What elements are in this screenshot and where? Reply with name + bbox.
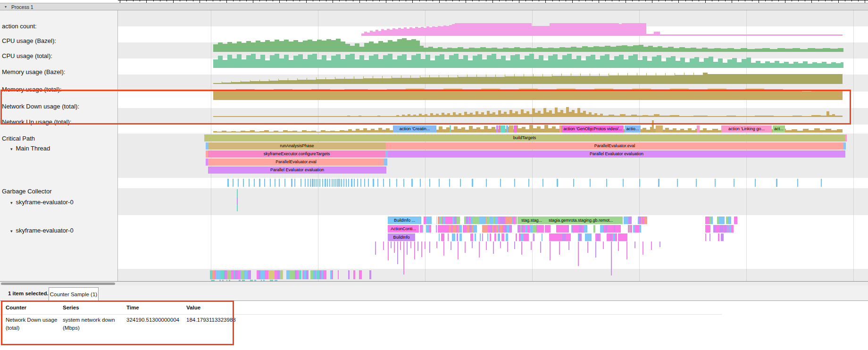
gc-event-tick[interactable] bbox=[389, 179, 390, 187]
gc-event-tick[interactable] bbox=[319, 179, 320, 187]
main-thread-slice[interactable]: skyframeExecutor.configureTargets bbox=[208, 150, 385, 158]
cpu-heavy-slice[interactable] bbox=[221, 270, 224, 279]
skyframe2-slice[interactable] bbox=[452, 233, 455, 241]
counter-chart-memory-usage-total-[interactable] bbox=[213, 89, 843, 100]
slice-drip[interactable] bbox=[465, 242, 466, 253]
gc-event-tick[interactable] bbox=[623, 179, 624, 187]
main-thread-slice[interactable]: Parallel Evaluator evaluation bbox=[208, 167, 386, 174]
counter-chart-memory-usage-bazel-[interactable] bbox=[213, 73, 843, 84]
critical-path-slice[interactable]: act... bbox=[773, 125, 785, 133]
horizontal-scrollbar[interactable] bbox=[0, 281, 868, 285]
slice-drip[interactable] bbox=[531, 242, 532, 250]
skyframe2-slice[interactable] bbox=[553, 233, 557, 241]
collapse-triangle-icon[interactable]: ▾ bbox=[10, 229, 13, 233]
slice-drip[interactable] bbox=[391, 242, 392, 248]
skyframe2-slice[interactable] bbox=[709, 233, 710, 241]
slice-drip[interactable] bbox=[507, 242, 508, 252]
slice-drip[interactable] bbox=[486, 242, 487, 250]
skyframe2-slice[interactable] bbox=[436, 217, 437, 224]
skyframe2-slice[interactable] bbox=[618, 225, 621, 233]
gc-event-tick[interactable] bbox=[821, 179, 822, 187]
skyframe2-slice[interactable] bbox=[449, 217, 452, 224]
gc-event-tick[interactable] bbox=[316, 179, 317, 187]
gc-event-tick[interactable] bbox=[329, 179, 330, 187]
skyframe2-slice[interactable] bbox=[480, 233, 481, 241]
gc-event-tick[interactable] bbox=[715, 179, 716, 187]
skyframe2-slice[interactable] bbox=[585, 233, 588, 241]
skyframe2-slice[interactable] bbox=[490, 217, 493, 224]
gc-event-tick[interactable] bbox=[325, 179, 326, 187]
skyframe2-slice[interactable] bbox=[607, 233, 610, 241]
sidebar-track-4[interactable]: Memory usage (total): bbox=[2, 86, 61, 93]
sidebar-track-10[interactable]: ▾skyframe-evaluator-0 bbox=[10, 199, 74, 206]
gc-event-tick[interactable] bbox=[486, 179, 487, 187]
gc-event-tick[interactable] bbox=[341, 179, 342, 187]
gc-event-tick[interactable] bbox=[573, 179, 574, 187]
gc-event-tick[interactable] bbox=[364, 179, 365, 187]
slice-drip[interactable] bbox=[603, 242, 604, 249]
skyframe2-slice[interactable] bbox=[630, 225, 632, 233]
skyframe2-slice[interactable] bbox=[722, 217, 725, 224]
skyframe2-slice[interactable] bbox=[644, 217, 647, 224]
skyframe2-slice[interactable] bbox=[475, 233, 476, 241]
slice-drip[interactable] bbox=[425, 242, 426, 249]
gc-event-tick[interactable] bbox=[312, 179, 313, 187]
gc-event-tick[interactable] bbox=[254, 179, 255, 187]
skyframe2-slice[interactable] bbox=[441, 233, 444, 241]
gc-event-tick[interactable] bbox=[300, 179, 301, 187]
slice-drip[interactable] bbox=[634, 242, 635, 248]
skyframe2-slice[interactable] bbox=[717, 225, 720, 233]
sidebar-track-3[interactable]: Memory usage (Bazel): bbox=[2, 68, 65, 75]
skyframe2-slice[interactable] bbox=[470, 233, 473, 241]
gc-event-tick[interactable] bbox=[314, 179, 315, 187]
gc-event-tick[interactable] bbox=[420, 179, 421, 187]
skyframe2-slice[interactable] bbox=[728, 217, 731, 224]
gc-event-tick[interactable] bbox=[343, 179, 344, 187]
gc-event-tick[interactable] bbox=[403, 179, 404, 187]
skyframe2-slice[interactable] bbox=[506, 217, 509, 224]
counter-chart-network-down-usage-total-[interactable] bbox=[213, 107, 843, 117]
skyframe2-slice[interactable] bbox=[475, 225, 477, 233]
gc-event-tick[interactable] bbox=[310, 179, 311, 187]
counter-chart-action-count[interactable] bbox=[361, 23, 843, 36]
gc-event-tick[interactable] bbox=[755, 179, 756, 187]
slice-drip[interactable] bbox=[568, 242, 569, 250]
gc-event-tick[interactable] bbox=[373, 179, 374, 187]
timeline-area[interactable]: action 'Creatin...action 'GenObjcProtos … bbox=[0, 10, 868, 281]
slice-drip[interactable] bbox=[407, 242, 408, 255]
slice-drip[interactable] bbox=[417, 242, 418, 251]
critical-path-slice[interactable] bbox=[509, 125, 513, 133]
skyframe1-slice[interactable] bbox=[237, 198, 238, 204]
gc-event-tick[interactable] bbox=[396, 179, 397, 187]
main-thread-slice[interactable]: Parallel Evaluator evaluation bbox=[388, 150, 845, 158]
collapse-triangle-icon[interactable]: ▾ bbox=[10, 200, 13, 205]
gc-event-tick[interactable] bbox=[449, 179, 450, 187]
slice-drip[interactable] bbox=[643, 242, 643, 255]
skyframe2-slice[interactable] bbox=[526, 233, 529, 241]
gc-event-tick[interactable] bbox=[337, 179, 339, 187]
gc-event-tick[interactable] bbox=[317, 179, 318, 187]
cpu-heavy-slice[interactable] bbox=[248, 270, 251, 279]
gc-event-tick[interactable] bbox=[357, 179, 358, 187]
tab-counter-sample[interactable]: Counter Sample (1) bbox=[49, 287, 99, 301]
slice-drip[interactable] bbox=[400, 242, 401, 250]
skyframe2-slice[interactable] bbox=[457, 217, 460, 224]
skyframe2-named-slice[interactable]: ActionConti... bbox=[388, 225, 419, 233]
slice-drip[interactable] bbox=[550, 242, 551, 260]
slice-drip[interactable] bbox=[611, 242, 612, 275]
gc-event-tick[interactable] bbox=[270, 179, 271, 187]
counter-chart-cpu-usage-total-[interactable] bbox=[213, 54, 843, 68]
gc-event-tick[interactable] bbox=[354, 179, 355, 187]
skyframe2-slice[interactable] bbox=[735, 217, 737, 224]
gc-event-tick[interactable] bbox=[264, 179, 265, 187]
skyframe2-slice[interactable] bbox=[439, 225, 442, 233]
gc-event-tick[interactable] bbox=[327, 179, 328, 187]
skyframe2-slice[interactable] bbox=[439, 233, 440, 241]
cpu-heavy-slice[interactable] bbox=[228, 270, 231, 279]
gc-event-tick[interactable] bbox=[528, 179, 529, 187]
slice-drip[interactable] bbox=[659, 242, 660, 247]
gc-event-tick[interactable] bbox=[291, 179, 292, 187]
skyframe2-slice[interactable] bbox=[709, 225, 710, 233]
slice-drip[interactable] bbox=[403, 242, 404, 275]
slice-drip[interactable] bbox=[587, 242, 588, 253]
